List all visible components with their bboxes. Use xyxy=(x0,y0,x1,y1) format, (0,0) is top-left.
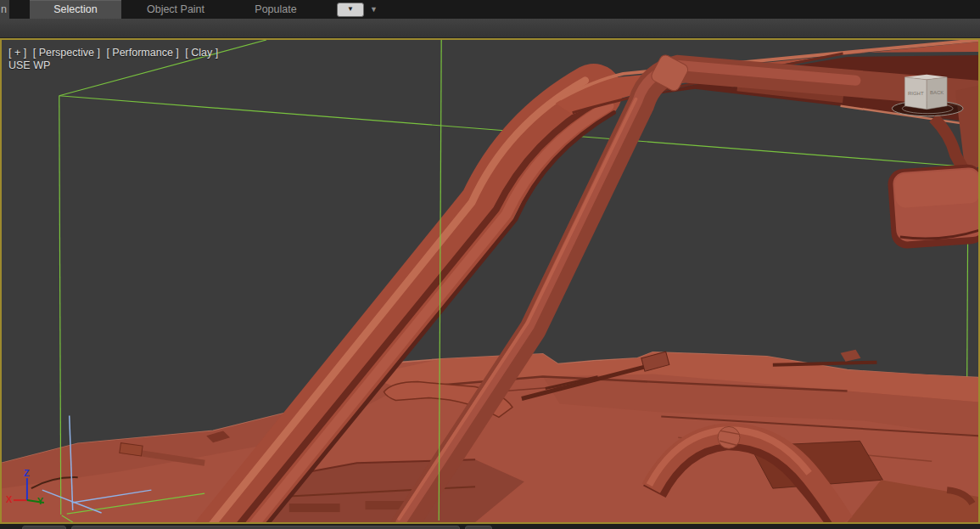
viewport-pov-menu[interactable]: [ Perspective ] xyxy=(33,47,100,59)
tab-label: Populate xyxy=(255,3,296,15)
viewport-use-wp-status: USE WP xyxy=(8,59,221,72)
ribbon-options-caret-icon[interactable]: ▼ xyxy=(370,6,378,14)
minimize-ribbon-icon: ▼ xyxy=(347,6,354,13)
ribbon-tab-selection[interactable]: Selection xyxy=(30,0,121,19)
bottom-strip-chip[interactable] xyxy=(465,526,492,529)
viewport-label: [ + ] [ Perspective ] [ Performance ] [ … xyxy=(8,47,221,72)
ribbon-collapsed-strip xyxy=(0,19,980,38)
viewport-general-menu[interactable]: [ + ] xyxy=(8,47,26,59)
ribbon-tab-partial[interactable]: n xyxy=(0,0,9,19)
viewport-performance-menu[interactable]: [ Performance ] xyxy=(106,47,178,59)
bottom-strip-chip[interactable] xyxy=(71,526,460,529)
ribbon-tab-partial-label: n xyxy=(1,3,7,15)
ribbon-tab-populate[interactable]: Populate xyxy=(230,0,322,19)
viewport-scene[interactable]: X Z Y RIGHT BACK xyxy=(2,40,978,522)
axis-x-label: X xyxy=(6,494,13,504)
tab-label: Object Paint xyxy=(147,3,204,15)
3ds-max-window: n Selection Object Paint Populate ▼ ▼ xyxy=(0,0,980,529)
viewcube-back-face-label[interactable]: BACK xyxy=(930,90,944,95)
viewcube-right-face-label[interactable]: RIGHT xyxy=(908,91,924,96)
minimize-ribbon-button[interactable]: ▼ xyxy=(337,3,364,17)
tab-label: Selection xyxy=(53,3,97,15)
ribbon-tab-object-paint[interactable]: Object Paint xyxy=(130,0,221,19)
bottom-ui-strip xyxy=(0,524,980,529)
viewport-shading-menu[interactable]: [ Clay ] xyxy=(185,47,218,59)
ribbon-tab-bar: n Selection Object Paint Populate ▼ ▼ xyxy=(0,0,980,19)
axis-z-label: Z xyxy=(24,468,30,478)
perspective-viewport[interactable]: X Z Y RIGHT BACK [ + ] [ Perspective ] [… xyxy=(0,38,980,524)
axis-y-label: Y xyxy=(37,496,44,506)
bottom-strip-chip[interactable] xyxy=(22,526,66,529)
